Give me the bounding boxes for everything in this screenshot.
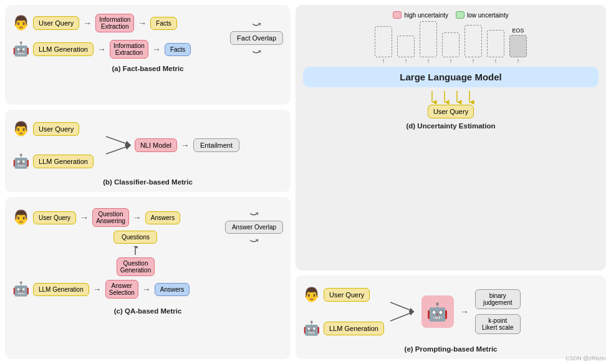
arrow-c3: → bbox=[93, 285, 102, 294]
e-arrows-svg bbox=[390, 296, 415, 327]
token-block-6 bbox=[487, 30, 504, 57]
avatar-user-c: 👨 bbox=[12, 209, 29, 226]
facts-a1: Facts bbox=[150, 17, 176, 30]
token-col-5: ↑ bbox=[464, 25, 482, 64]
output-binary: binaryjudgement bbox=[475, 289, 521, 309]
qg-box: QuestionGeneration bbox=[117, 257, 155, 276]
as-box: AnswerSelection bbox=[105, 280, 138, 299]
token-col-3: ↑ bbox=[420, 21, 437, 64]
legend-high-label: high uncertainty bbox=[404, 12, 448, 19]
svg-line-1 bbox=[106, 145, 131, 154]
d-arrows-svg bbox=[426, 91, 476, 105]
eos-label: EOS bbox=[512, 27, 524, 34]
legend-row: high uncertainty low uncertainty bbox=[303, 11, 599, 19]
svg-line-7 bbox=[390, 302, 414, 312]
panel-c: 👨 User Query → QuestionAnswering → Answe… bbox=[5, 197, 291, 359]
panel-e-row2: 🤖 LLM Generation bbox=[303, 320, 384, 337]
panel-b-label: (b) Classifier-based Metric bbox=[12, 178, 283, 186]
answer-overlap: Answer Overlap bbox=[225, 221, 283, 234]
avatar-llm-e: 🤖 bbox=[303, 320, 320, 337]
panel-c-row2: 🤖 LLM Generation → AnswerSelection → Ans… bbox=[12, 280, 221, 299]
legend-low-box bbox=[456, 11, 464, 19]
llm-gen-a: LLM Generation bbox=[33, 42, 94, 56]
panel-a-row1: 👨 User Query → InformationExtraction → F… bbox=[12, 14, 225, 32]
panel-a-row2: 🤖 LLM Generation → InformationExtraction… bbox=[12, 40, 225, 59]
avatar-llm-b: 🤖 bbox=[12, 153, 29, 170]
user-query-a1: User Query bbox=[33, 16, 79, 30]
token-col-6: ↑ bbox=[487, 30, 504, 64]
token-block-5 bbox=[464, 25, 482, 57]
svg-line-0 bbox=[106, 136, 131, 145]
token-col-1: ↑ bbox=[375, 26, 392, 64]
facts-a2: Facts bbox=[165, 43, 191, 56]
user-query-d: User Query bbox=[428, 105, 474, 118]
qa-box: QuestionAnswering bbox=[92, 208, 129, 227]
token-block-3 bbox=[420, 21, 437, 57]
arrow-a3: → bbox=[97, 45, 106, 54]
avatar-user-a: 👨 bbox=[12, 15, 29, 31]
avatar-user-e: 👨 bbox=[303, 287, 320, 303]
token-block-1 bbox=[375, 26, 392, 57]
judge-robot: 🤖 bbox=[421, 295, 454, 328]
avatar-user-b: 👨 bbox=[12, 121, 29, 137]
panel-b-row1: 👨 User Query bbox=[12, 121, 94, 137]
token-block-4 bbox=[442, 32, 459, 57]
panel-e: 👨 User Query 🤖 LLM Generation bbox=[296, 275, 606, 359]
legend-high: high uncertainty bbox=[393, 11, 448, 19]
svg-line-8 bbox=[390, 312, 414, 321]
panel-c-row1: 👨 User Query → QuestionAnswering → Answe… bbox=[12, 208, 221, 227]
watermark: CSDN @zRezin bbox=[565, 355, 606, 362]
c-up-arrow bbox=[126, 246, 145, 255]
arrow-c1: → bbox=[80, 213, 89, 222]
panel-e-label: (e) Prompting-based Metric bbox=[303, 345, 599, 353]
legend-high-box bbox=[393, 11, 402, 19]
panel-d: high uncertainty low uncertainty ↑ ↑ bbox=[296, 5, 606, 271]
ie-box-a2: InformationExtraction bbox=[110, 40, 148, 59]
token-block-2 bbox=[397, 36, 415, 57]
arrow-a1: → bbox=[83, 19, 92, 27]
panel-c-label: (c) QA-based Metric bbox=[12, 307, 283, 315]
panel-d-label: (d) Uncertainty Estimation bbox=[303, 122, 599, 130]
nli-model: NLI Model bbox=[135, 138, 177, 152]
avatar-llm-c: 🤖 bbox=[12, 281, 29, 297]
token-col-2: ↑ bbox=[397, 36, 415, 64]
left-column: 👨 User Query → InformationExtraction → F… bbox=[5, 5, 291, 359]
ie-box-a1: InformationExtraction bbox=[95, 14, 134, 32]
legend-low: low uncertainty bbox=[456, 11, 509, 19]
panel-b: 👨 User Query 🤖 LLM Generation bbox=[5, 110, 291, 192]
questions-box: Questions bbox=[113, 231, 157, 244]
eos-block bbox=[509, 35, 527, 57]
arrow-e-out: → bbox=[460, 307, 469, 316]
user-query-b: User Query bbox=[33, 122, 79, 136]
panel-a: 👨 User Query → InformationExtraction → F… bbox=[5, 5, 291, 105]
arrow-c4: → bbox=[142, 285, 151, 294]
main-container: 👨 User Query → InformationExtraction → F… bbox=[0, 0, 611, 364]
panel-a-label: (a) Fact-based Metric bbox=[12, 65, 283, 72]
llm-gen-e: LLM Generation bbox=[324, 322, 384, 335]
arrow-a4: → bbox=[152, 45, 161, 54]
panel-e-row1: 👨 User Query bbox=[303, 287, 384, 303]
b-arrows-svg bbox=[106, 132, 131, 159]
llm-gen-c: LLM Generation bbox=[33, 283, 89, 296]
entailment: Entailment bbox=[193, 138, 239, 152]
arrow-b-nli: → bbox=[181, 141, 190, 150]
user-query-c: User Query bbox=[33, 211, 76, 224]
llm-gen-b: LLM Generation bbox=[33, 155, 94, 168]
arrow-c2: → bbox=[133, 213, 142, 222]
answers-c2: Answers bbox=[155, 283, 190, 296]
panel-b-row2: 🤖 LLM Generation bbox=[12, 153, 94, 170]
right-column: high uncertainty low uncertainty ↑ ↑ bbox=[296, 5, 606, 359]
user-query-e: User Query bbox=[324, 288, 370, 302]
llm-box: Large Language Model bbox=[303, 67, 599, 87]
legend-low-label: low uncertainty bbox=[467, 12, 509, 19]
token-col-eos: EOS ↑ bbox=[509, 27, 527, 64]
arrow-a2: → bbox=[138, 19, 147, 27]
avatar-llm-a: 🤖 bbox=[12, 41, 29, 57]
answers-c1: Answers bbox=[145, 211, 180, 224]
token-col-4: ↑ bbox=[442, 32, 459, 64]
output-likert: k-pointLikert scale bbox=[475, 314, 521, 334]
fact-overlap: Fact Overlap bbox=[230, 31, 283, 45]
